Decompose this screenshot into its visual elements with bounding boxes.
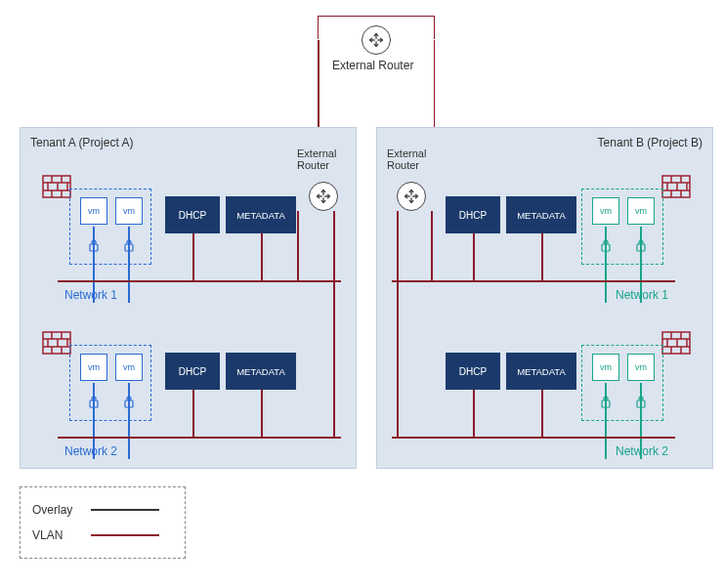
vm-group: vm vm: [69, 189, 151, 265]
network-bus: [392, 437, 675, 439]
firewall-icon: [42, 331, 71, 355]
legend-line-icon: [91, 534, 159, 536]
tenant-b-title: Tenant B (Project B): [598, 136, 703, 149]
svg-rect-6: [662, 176, 690, 197]
lock-icon: [600, 395, 612, 408]
router-icon: [309, 182, 338, 211]
dhcp-service: DHCP: [446, 353, 500, 390]
svg-rect-10: [602, 400, 610, 407]
wire: [473, 390, 475, 437]
metadata-service: METADATA: [506, 353, 576, 390]
network-bus: [58, 280, 341, 282]
metadata-service: METADATA: [226, 353, 296, 390]
tenant-b-router-label: External Router: [387, 147, 446, 171]
dhcp-service: DHCP: [446, 196, 500, 233]
network-label: Network 1: [64, 288, 117, 302]
diagram-canvas: External Router Tenant A (Project A) Ext…: [10, 10, 714, 578]
router-icon: [362, 25, 391, 55]
tenant-a-title: Tenant A (Project A): [30, 136, 133, 149]
vm-group: vm vm: [69, 345, 151, 421]
vm-box: vm: [592, 354, 619, 381]
wire: [541, 390, 543, 437]
legend-vlan-label: VLAN: [32, 528, 81, 542]
dhcp-service: DHCP: [165, 353, 220, 390]
svg-rect-8: [637, 244, 645, 251]
lock-icon: [88, 395, 100, 408]
legend-overlay-label: Overlay: [32, 503, 81, 517]
lock-icon: [635, 395, 647, 408]
vm-box: vm: [627, 197, 655, 225]
vm-box: vm: [627, 354, 655, 381]
vm-box: vm: [115, 197, 143, 225]
vm-box: vm: [80, 354, 107, 381]
vm-box: vm: [115, 354, 143, 381]
router-icon: [397, 182, 426, 211]
wire: [192, 233, 194, 280]
vm-box: vm: [80, 197, 107, 225]
metadata-service: METADATA: [226, 196, 296, 233]
lock-icon: [635, 238, 647, 252]
vm-group: vm vm: [581, 345, 663, 421]
lock-icon: [600, 238, 612, 252]
svg-rect-5: [125, 400, 133, 407]
firewall-icon: [661, 331, 691, 355]
wire: [397, 211, 399, 437]
lock-icon: [123, 395, 135, 408]
tenant-b-panel: Tenant B (Project B) External Router vm …: [376, 127, 713, 469]
network-label: Network 2: [616, 444, 668, 458]
dhcp-service: DHCP: [165, 196, 220, 233]
legend-row-overlay: Overlay: [32, 497, 173, 523]
vm-box: vm: [592, 197, 619, 225]
wire: [431, 211, 433, 280]
legend: Overlay VLAN: [20, 486, 186, 559]
network-label: Network 2: [64, 444, 117, 458]
svg-rect-7: [602, 244, 610, 251]
tenant-a-panel: Tenant A (Project A) External Router vm …: [20, 127, 357, 469]
wire: [261, 390, 263, 437]
wire: [541, 233, 543, 280]
wire: [473, 233, 475, 280]
svg-rect-4: [90, 400, 98, 407]
svg-rect-9: [662, 332, 690, 354]
network-bus: [58, 437, 341, 439]
wire: [297, 211, 299, 280]
svg-rect-1: [90, 244, 98, 251]
lock-icon: [88, 238, 100, 252]
lock-icon: [123, 238, 135, 252]
svg-rect-3: [43, 332, 70, 354]
wire: [261, 233, 263, 280]
svg-rect-0: [43, 176, 70, 197]
tenant-a-router-label: External Router: [297, 147, 356, 171]
firewall-icon: [661, 175, 691, 198]
legend-line-icon: [91, 509, 159, 511]
network-label: Network 1: [616, 288, 668, 302]
network-bus: [392, 280, 675, 282]
external-router-label: External Router: [332, 59, 413, 72]
firewall-icon: [42, 175, 71, 198]
svg-rect-11: [637, 400, 645, 407]
vm-group: vm vm: [581, 189, 663, 265]
svg-rect-2: [125, 244, 133, 251]
legend-row-vlan: VLAN: [32, 523, 173, 548]
wire: [192, 390, 194, 437]
wire: [333, 211, 335, 437]
metadata-service: METADATA: [506, 196, 576, 233]
